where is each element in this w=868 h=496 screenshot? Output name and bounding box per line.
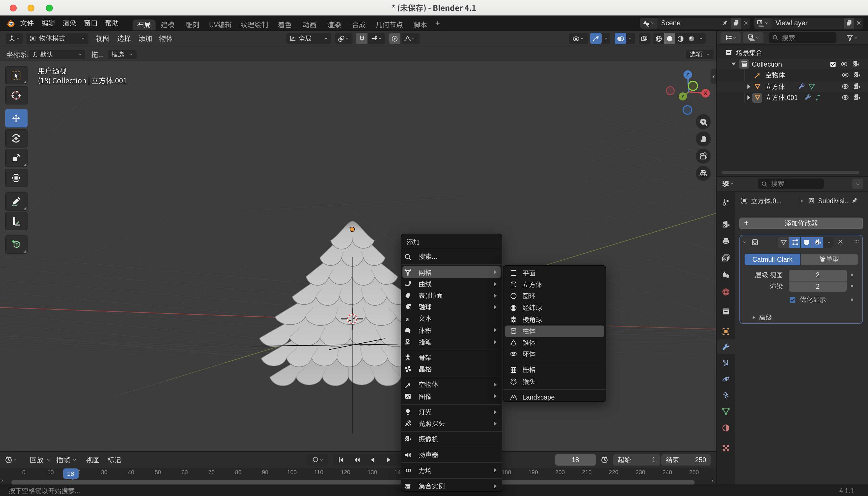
- svg-text:a: a: [405, 315, 409, 322]
- svg-text:Z: Z: [686, 72, 689, 78]
- svg-text:X: X: [704, 91, 707, 96]
- svg-text:Y: Y: [681, 94, 685, 99]
